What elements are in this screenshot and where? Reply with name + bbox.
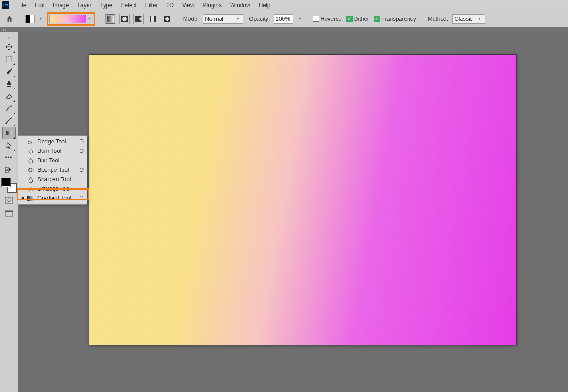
- gradient-style-radial[interactable]: [119, 14, 130, 24]
- svg-point-17: [28, 168, 33, 172]
- screenmode-icon: [5, 210, 13, 217]
- tool-gradient[interactable]: [2, 127, 16, 139]
- stamp-icon: [5, 80, 13, 88]
- canvas[interactable]: [89, 55, 516, 345]
- chevron-down-icon[interactable]: ▼: [86, 17, 93, 21]
- svg-point-20: [31, 169, 32, 169]
- tool-eyedropper[interactable]: [2, 65, 16, 78]
- smudge-icon: [27, 186, 35, 192]
- workspace: ›› ••• Dodge Tool O Burn Tool O: [0, 32, 568, 392]
- document-tab-strip: ››: [0, 27, 568, 32]
- opacity-label: Opacity:: [249, 16, 270, 22]
- gradient-picker[interactable]: [49, 15, 86, 23]
- flyout-item-sharpen[interactable]: Sharpen Tool: [18, 175, 87, 184]
- menu-window[interactable]: Window: [226, 1, 254, 9]
- svg-rect-21: [27, 196, 34, 201]
- chevron-down-icon[interactable]: ▼: [296, 17, 303, 21]
- dither-checkbox[interactable]: Dither: [346, 16, 369, 22]
- divider: [308, 13, 308, 25]
- gradient-style-diamond[interactable]: [162, 14, 172, 24]
- color-swatches[interactable]: [2, 178, 16, 192]
- divider: [100, 13, 100, 25]
- svg-point-13: [7, 199, 10, 202]
- flyout-item-burn[interactable]: Burn Tool O: [18, 146, 87, 156]
- flyout-item-dodge[interactable]: Dodge Tool O: [18, 137, 87, 146]
- gradient-style-angle[interactable]: [133, 14, 144, 24]
- menu-edit[interactable]: Edit: [31, 1, 48, 9]
- menu-filter[interactable]: Filter: [142, 1, 162, 9]
- tool-more[interactable]: •••: [2, 151, 16, 164]
- tool-marquee[interactable]: [2, 53, 16, 65]
- reverse-checkbox[interactable]: Reverse: [313, 16, 342, 22]
- mode-select[interactable]: Normal▼: [203, 14, 243, 24]
- svg-point-19: [31, 170, 32, 171]
- sponge-icon: [27, 167, 35, 173]
- svg-point-16: [28, 141, 32, 144]
- gradient-icon: [5, 129, 13, 137]
- gradient-style-linear[interactable]: [105, 14, 115, 24]
- divider: [20, 13, 20, 25]
- menu-image[interactable]: Image: [49, 1, 72, 9]
- tool-brush[interactable]: [2, 102, 16, 115]
- chevron-down-icon: ▼: [476, 17, 483, 21]
- home-icon: [5, 15, 14, 23]
- collapse-toggle[interactable]: ››: [0, 35, 18, 41]
- home-button[interactable]: [4, 13, 15, 25]
- edit-toolbar-icon: [5, 167, 13, 173]
- active-indicator: ■: [21, 196, 24, 201]
- menu-select[interactable]: Select: [117, 1, 140, 9]
- svg-point-18: [29, 169, 30, 170]
- gradient-icon: [27, 196, 35, 201]
- opacity-input[interactable]: 100%: [274, 14, 293, 24]
- tool-edit-toolbar[interactable]: [2, 164, 16, 176]
- eraser-icon: [5, 92, 13, 100]
- mode-label: Mode:: [183, 16, 199, 22]
- brush-icon: [5, 104, 13, 113]
- tool-move[interactable]: [2, 41, 16, 53]
- chevron-down-icon[interactable]: ▼: [37, 17, 44, 21]
- flyout-item-sponge[interactable]: Sponge Tool O: [18, 165, 87, 175]
- svg-rect-7: [6, 56, 12, 62]
- menu-view[interactable]: View: [178, 1, 198, 9]
- divider: [178, 13, 178, 25]
- method-select[interactable]: Classic▼: [452, 14, 485, 24]
- flyout-item-gradient[interactable]: ■ Gradient Tool G: [18, 194, 87, 203]
- menu-plugins[interactable]: Plugins: [199, 1, 225, 9]
- dodge-icon: [27, 138, 35, 145]
- move-icon: [5, 43, 13, 51]
- tool-history-brush[interactable]: [2, 115, 16, 127]
- gradient-style-reflected[interactable]: [148, 14, 158, 24]
- tool-path-select[interactable]: [2, 139, 16, 151]
- menu-layer[interactable]: Layer: [73, 1, 95, 9]
- foreground-color[interactable]: [2, 178, 10, 187]
- divider: [423, 13, 423, 25]
- gradient-picker-highlight: ▼: [47, 12, 95, 26]
- tools-panel: ›› •••: [0, 32, 18, 392]
- menu-type[interactable]: Type: [96, 1, 116, 9]
- menu-file[interactable]: File: [13, 1, 30, 9]
- current-tool-preset[interactable]: [25, 15, 35, 23]
- transparency-checkbox[interactable]: Transparency: [374, 16, 416, 22]
- quick-mask-toggle[interactable]: [3, 195, 15, 205]
- screen-mode-toggle[interactable]: [3, 208, 15, 219]
- svg-rect-10: [5, 167, 8, 169]
- burn-icon: [27, 148, 35, 154]
- app-logo: Ps: [2, 1, 9, 9]
- chevron-down-icon: ▼: [234, 17, 241, 21]
- flyout-item-blur[interactable]: Blur Tool: [18, 156, 87, 165]
- options-bar: ▼ ▼ Mode: Normal▼ Opacity: 100% ▼ Revers…: [0, 10, 568, 27]
- menu-help[interactable]: Help: [255, 1, 275, 9]
- sharpen-icon: [27, 176, 35, 183]
- menu-3d[interactable]: 3D: [162, 1, 177, 9]
- svg-rect-5: [151, 16, 154, 22]
- blur-icon: [27, 157, 35, 164]
- svg-rect-12: [5, 197, 13, 203]
- tool-eraser[interactable]: [2, 90, 16, 102]
- flyout-item-smudge[interactable]: Smudge Tool: [18, 184, 87, 194]
- quickmask-icon: [5, 197, 13, 204]
- svg-point-2: [122, 17, 127, 21]
- tool-stamp[interactable]: [2, 78, 16, 90]
- svg-rect-9: [6, 131, 12, 135]
- tool-flyout: Dodge Tool O Burn Tool O Blur Tool Spong…: [18, 135, 87, 205]
- svg-point-8: [5, 122, 7, 124]
